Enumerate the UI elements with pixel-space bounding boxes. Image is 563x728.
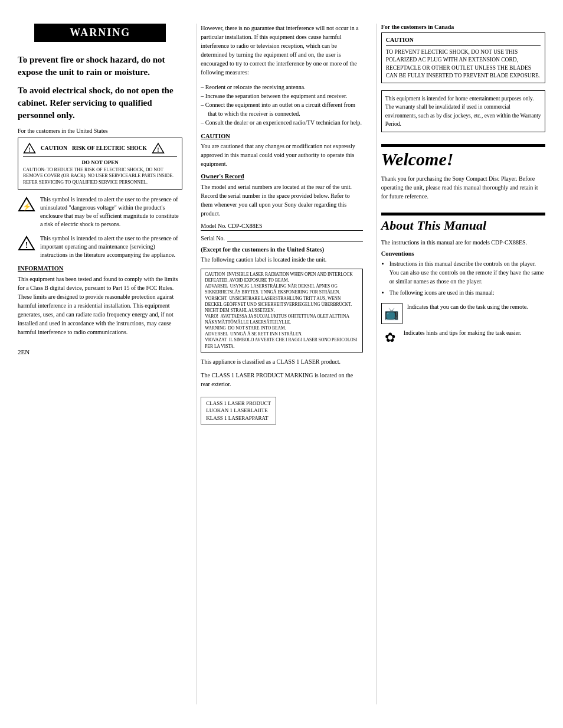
class1-label-box: CLASS 1 LASER PRODUCT LUOKAN 1 LASERLAII… — [201, 397, 276, 425]
about-manual-section: About This Manual The instructions in th… — [381, 213, 545, 347]
caution-box-line1: CAUTION — [41, 145, 67, 151]
about-header-bar — [381, 213, 545, 216]
model-label: Model No. CDP-CX88ES — [201, 223, 362, 231]
hint-icon-desc: Indicates hints and tips for making the … — [404, 329, 522, 337]
serial-label: Serial No. — [201, 235, 225, 241]
home-entertainment-box: This equipment is intended for home ente… — [381, 90, 545, 132]
remote-icon-desc: Indicates that you can do the task using… — [407, 303, 528, 311]
remote-icon-row: 📺 Indicates that you can do the task usi… — [381, 303, 545, 324]
conventions-title: Conventions — [381, 250, 545, 257]
warning-triangle-icon-1: ! — [23, 142, 36, 155]
appliance-text: This appliance is classified as a CLASS … — [201, 357, 362, 366]
caution-canada-header: CAUTION — [386, 36, 541, 46]
caution-title-inline: CAUTION — [201, 133, 362, 139]
caution-label-text: CAUTION INVISIBLE LASER RADIATION WHEN O… — [205, 272, 358, 350]
svg-text:!: ! — [157, 146, 159, 153]
do-not-open-label: DO NOT OPEN — [23, 159, 177, 165]
remote-icon-symbol: 📺 — [384, 306, 399, 321]
symbol1-text: This symbol is intended to alert the use… — [40, 195, 182, 228]
warning-box-label: WARNING — [34, 24, 166, 42]
svg-text:⚡: ⚡ — [22, 202, 31, 211]
list-item: Connect the equipment into an outlet on … — [201, 100, 362, 118]
conventions-list: Instructions in this manual describe the… — [381, 259, 545, 297]
caution-canada-box: CAUTION TO PREVENT ELECTRIC SHOCK, DO NO… — [381, 32, 545, 83]
caution-box-line2: RISK OF ELECTRIC SHOCK — [72, 145, 147, 151]
column-1: WARNING To prevent fire or shock hazard,… — [18, 24, 187, 704]
welcome-text: Thank you for purchasing the Sony Compac… — [381, 174, 545, 201]
serial-row: Serial No. — [201, 233, 362, 241]
caution-text: You are cautioned that any changes or mo… — [201, 142, 362, 168]
caution-box-us: ! CAUTION RISK OF ELECTRIC SHOCK ! DO NO… — [18, 138, 182, 190]
except-us-text: The following caution label is located i… — [201, 255, 362, 264]
lightning-triangle-icon: ⚡ — [18, 197, 35, 212]
about-title: About This Manual — [381, 218, 545, 233]
class1-text: The CLASS 1 LASER PRODUCT MARKING is loc… — [201, 371, 362, 389]
about-text: The instructions in this manual are for … — [381, 238, 545, 247]
hint-icon: ✿ — [381, 329, 399, 347]
symbol-block-1: ⚡ This symbol is intended to alert the u… — [18, 195, 182, 228]
list-item: Reorient or relocate the receiving anten… — [201, 83, 362, 92]
information-title: INFORMATION — [18, 265, 182, 272]
remote-icon: 📺 — [381, 303, 402, 324]
electrical-shock-text: To avoid electrical shock, do not open t… — [18, 84, 182, 122]
symbol-block-2: ! This symbol is intended to alert the u… — [18, 234, 182, 259]
page-number: 2EN — [18, 348, 182, 355]
welcome-header-bar — [381, 144, 545, 147]
caution-title-us: ! CAUTION RISK OF ELECTRIC SHOCK ! — [23, 142, 177, 157]
svg-text:!: ! — [28, 146, 30, 153]
column-3: For the customers in Canada CAUTION TO P… — [376, 24, 545, 704]
warning-header: WARNING — [18, 24, 182, 48]
svg-text:!: ! — [25, 241, 28, 250]
however-text: However, there is no guarantee that inte… — [201, 24, 362, 77]
for-canada-label: For the customers in Canada — [381, 24, 545, 30]
symbol2-text: This symbol is intended to alert the use… — [40, 234, 182, 259]
welcome-title: Welcome! — [381, 149, 545, 169]
home-entertainment-text: This equipment is intended for home ente… — [385, 94, 541, 128]
warning-triangle-icon-2: ! — [152, 142, 165, 155]
fire-shock-text: To prevent fire or shock hazard, do not … — [18, 54, 182, 79]
interference-bullet-list: Reorient or relocate the receiving anten… — [201, 83, 362, 127]
class1-label: CLASS 1 LASER PRODUCT LUOKAN 1 LASERLAII… — [206, 400, 271, 422]
caution-label-box: CAUTION INVISIBLE LASER RADIATION WHEN O… — [201, 269, 362, 352]
column-2: However, there is no guarantee that inte… — [197, 24, 366, 704]
except-us-title: (Except for the customers in the United … — [201, 246, 362, 253]
information-text: This equipment has been tested and found… — [18, 275, 182, 337]
caution-box-sub: CAUTION: TO REDUCE THE RISK OF ELECTRIC … — [23, 167, 177, 185]
list-item: Consult the dealer or an experienced rad… — [201, 118, 362, 127]
welcome-section: Welcome! Thank you for purchasing the So… — [381, 144, 545, 201]
owners-record-title: Owner's Record — [201, 173, 362, 179]
owners-record-section: Owner's Record The model and serial numb… — [201, 173, 362, 241]
caution-canada-text: TO PREVENT ELECTRIC SHOCK, DO NOT USE TH… — [386, 48, 541, 80]
convention-item-2: The following icons are used in this man… — [389, 288, 545, 297]
list-item: Increase the separation between the equi… — [201, 92, 362, 100]
hint-icon-row: ✿ Indicates hints and tips for making th… — [381, 329, 545, 347]
convention-item-1: Instructions in this manual describe the… — [389, 259, 545, 286]
exclamation-triangle-icon: ! — [18, 236, 35, 251]
us-customers-label: For the customers in the United States — [18, 128, 182, 134]
hint-icon-symbol: ✿ — [385, 330, 395, 345]
owners-record-text: The model and serial numbers are located… — [201, 182, 362, 218]
